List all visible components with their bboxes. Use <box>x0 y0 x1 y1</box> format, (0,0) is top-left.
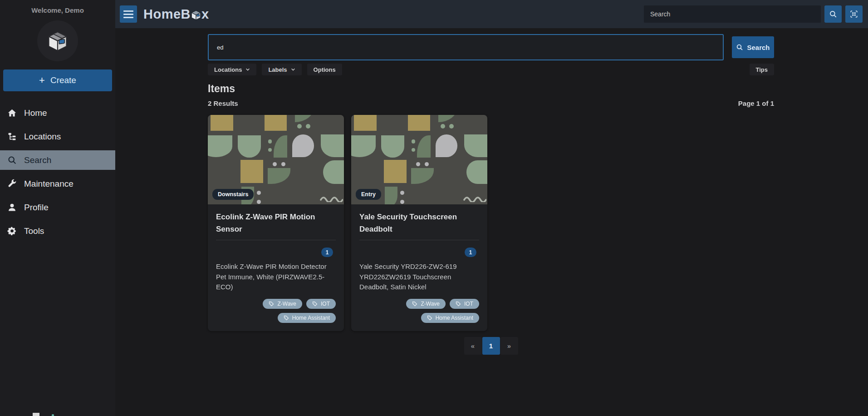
pagination-next-button[interactable]: » <box>500 337 518 355</box>
sidebar: Welcome, Demo + Create Home <box>0 0 115 416</box>
footer-clipped-text <box>32 412 86 416</box>
label-chip[interactable]: Z-Wave <box>406 299 446 309</box>
pagination-page-1-button[interactable]: 1 <box>482 337 500 355</box>
label-chip-text: IOT <box>464 301 473 307</box>
plus-icon: + <box>39 74 45 86</box>
item-card-body: Ecolink Z-Wave PIR Motion Sensor 1 Ecoli… <box>208 204 344 331</box>
search-row: Search <box>208 34 774 60</box>
label-chip-text: IOT <box>321 301 330 307</box>
item-labels: Z-Wave IOT Home Assistant <box>359 292 479 323</box>
item-cards-grid: Downstairs Ecolink Z-Wave PIR Motion Sen… <box>208 115 774 331</box>
label-chip[interactable]: Z-Wave <box>263 299 302 309</box>
sidebar-item-tools[interactable]: Tools <box>0 221 115 241</box>
quantity-row: 1 <box>359 248 476 257</box>
sidebar-item-home[interactable]: Home <box>0 103 115 123</box>
item-quantity-badge: 1 <box>321 248 333 257</box>
tips-button[interactable]: Tips <box>750 64 775 75</box>
chevron-down-icon <box>291 67 295 72</box>
tag-icon <box>269 301 274 307</box>
footer-glyph <box>33 413 39 416</box>
label-chip[interactable]: Home Assistant <box>421 313 479 323</box>
tag-icon <box>427 315 432 321</box>
item-description: Ecolink Z-Wave PIR Motion Detector Pet I… <box>216 262 336 292</box>
item-location-badge[interactable]: Entry <box>356 189 381 200</box>
topbar-actions <box>644 5 863 23</box>
tips-button-label: Tips <box>756 66 768 73</box>
search-page: Search Locations Labels Options Tips <box>115 28 868 416</box>
label-chip-text: Z-Wave <box>277 301 296 307</box>
label-chip[interactable]: IOT <box>306 299 336 309</box>
quantity-row: 1 <box>216 248 333 257</box>
pagination: « 1 » <box>208 337 774 355</box>
results-row: 2 Results Page 1 of 1 <box>208 99 774 107</box>
item-card[interactable]: Entry Yale Security Touchscreen Deadbolt… <box>351 115 487 331</box>
topbar-search-input[interactable] <box>644 5 821 23</box>
search-button[interactable]: Search <box>732 36 774 58</box>
item-image: Entry <box>351 115 487 204</box>
item-title[interactable]: Ecolink Z-Wave PIR Motion Sensor <box>216 211 336 235</box>
sidebar-item-label: Home <box>24 108 47 118</box>
squiggle-decoration <box>463 194 486 202</box>
gear-icon <box>7 226 17 236</box>
tag-icon <box>456 301 461 307</box>
options-button[interactable]: Options <box>307 64 342 75</box>
search-icon <box>7 155 17 165</box>
item-title[interactable]: Yale Security Touchscreen Deadbolt <box>359 211 479 235</box>
welcome-text: Welcome, Demo <box>0 6 115 14</box>
label-chip-text: Home Assistant <box>436 315 473 321</box>
brand-logo[interactable]: HomeB x <box>143 7 209 22</box>
label-chip[interactable]: IOT <box>450 299 479 309</box>
qr-scan-icon <box>850 10 858 18</box>
footer-dot <box>52 414 54 416</box>
locations-filter-button[interactable]: Locations <box>208 64 256 75</box>
homebox-logo-icon <box>37 20 78 61</box>
sidebar-item-label: Tools <box>24 226 44 236</box>
main-search-input[interactable] <box>208 34 724 60</box>
menu-button[interactable] <box>120 5 137 23</box>
search-icon <box>736 44 743 51</box>
locations-filter-label: Locations <box>214 66 242 73</box>
labels-filter-button[interactable]: Labels <box>262 64 301 75</box>
hamburger-icon <box>123 10 133 12</box>
sidebar-logo <box>0 20 115 61</box>
wrench-icon <box>7 179 17 188</box>
item-image: Downstairs <box>208 115 344 204</box>
create-button-label: Create <box>50 75 76 85</box>
topbar: HomeB x <box>115 0 868 28</box>
search-button-label: Search <box>747 44 770 51</box>
sidebar-item-label: Profile <box>24 203 49 213</box>
qr-scan-button[interactable] <box>845 5 863 23</box>
sidebar-item-label: Locations <box>24 132 61 142</box>
pagination-prev-button[interactable]: « <box>464 337 482 355</box>
create-button[interactable]: + Create <box>3 69 112 91</box>
label-chip[interactable]: Home Assistant <box>278 313 336 323</box>
item-labels: Z-Wave IOT Home Assistant <box>216 292 336 323</box>
sidebar-item-locations[interactable]: Locations <box>0 127 115 146</box>
tag-icon <box>284 315 289 321</box>
options-button-label: Options <box>314 66 336 73</box>
search-icon <box>829 10 837 18</box>
sidebar-item-label: Maintenance <box>24 179 74 189</box>
sidebar-item-profile[interactable]: Profile <box>0 198 115 217</box>
brand-suffix: x <box>201 7 209 22</box>
squiggle-decoration <box>319 194 343 202</box>
home-icon <box>7 108 17 118</box>
locations-tree-icon <box>7 132 17 141</box>
sidebar-item-maintenance[interactable]: Maintenance <box>0 174 115 193</box>
page-info: Page 1 of 1 <box>738 99 774 107</box>
item-location-badge[interactable]: Downstairs <box>212 189 254 200</box>
filter-row: Locations Labels Options Tips <box>208 64 774 75</box>
sidebar-item-search[interactable]: Search <box>0 150 115 170</box>
tag-icon <box>412 301 417 307</box>
brand-prefix: HomeB <box>143 7 191 22</box>
sidebar-item-label: Search <box>24 155 51 165</box>
item-card[interactable]: Downstairs Ecolink Z-Wave PIR Motion Sen… <box>208 115 344 331</box>
topbar-search-button[interactable] <box>824 5 842 23</box>
chevron-down-icon <box>245 67 250 72</box>
items-heading: Items <box>208 83 774 95</box>
label-chip-text: Z-Wave <box>421 301 440 307</box>
label-chip-text: Home Assistant <box>292 315 330 321</box>
results-count: 2 Results <box>208 99 238 107</box>
item-description: Yale Security YRD226-ZW2-619 YRD226ZW261… <box>359 262 479 292</box>
item-card-body: Yale Security Touchscreen Deadbolt 1 Yal… <box>351 204 487 331</box>
